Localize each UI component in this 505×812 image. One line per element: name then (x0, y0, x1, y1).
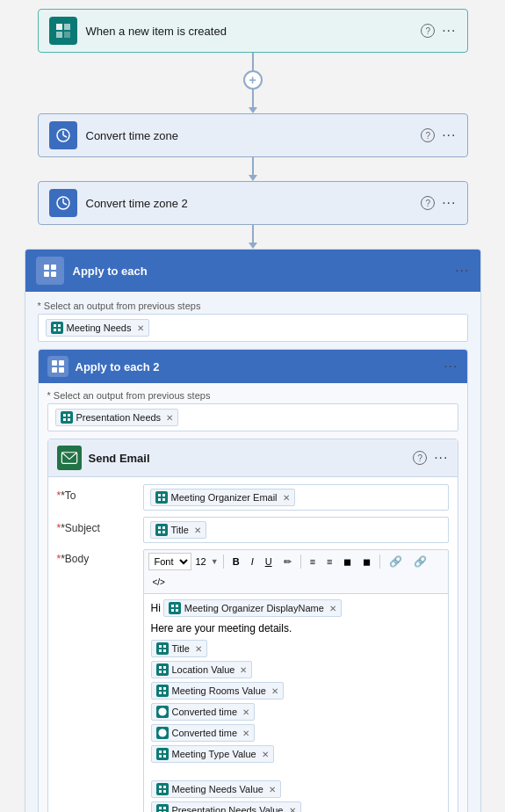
svg-rect-36 (176, 605, 178, 607)
to-row: **To Meeting Organizer Email ✕ (57, 484, 449, 511)
send-email-body: **To Meeting Organizer Email ✕ (48, 477, 458, 812)
svg-rect-31 (158, 526, 161, 529)
meeting-rooms-remove[interactable]: ✕ (271, 686, 278, 696)
bold-btn[interactable]: B (228, 553, 244, 570)
presentation-needs-value-token: Presentation Needs Value ✕ (151, 801, 301, 812)
body-token-converted-2: Converted time ✕ (151, 724, 441, 742)
presentation-needs-token-remove[interactable]: ✕ (166, 413, 173, 423)
svg-rect-21 (59, 367, 64, 373)
presentation-needs-value-icon (156, 804, 169, 812)
presentation-needs-value-label: Presentation Needs Value (172, 805, 284, 812)
svg-rect-33 (158, 531, 161, 533)
svg-rect-14 (54, 324, 56, 327)
subject-row: **Subject Title ✕ (57, 517, 449, 543)
send-email-menu-btn[interactable]: ··· (434, 450, 448, 466)
svg-rect-12 (44, 272, 49, 277)
presentation-needs-token-icon (61, 411, 73, 424)
image-btn[interactable]: 🔗 (409, 553, 431, 570)
code-btn[interactable]: </> (148, 573, 170, 591)
presentation-needs-value-remove[interactable]: ✕ (289, 806, 296, 813)
svg-rect-62 (163, 786, 166, 788)
font-size-arrow[interactable]: ▼ (211, 557, 219, 566)
title-token-icon (156, 642, 169, 655)
apply-each-output-row: * Select an output from previous steps M… (38, 301, 468, 342)
title-label: Title (172, 643, 190, 654)
convert-tz-1-help-icon[interactable]: ? (421, 128, 435, 142)
subject-token-remove[interactable]: ✕ (194, 526, 201, 535)
converted-time-2-icon (156, 727, 169, 739)
ol-btn[interactable]: ≡ (322, 553, 336, 570)
to-token-label: Meeting Organizer Email (171, 492, 278, 503)
apply-each-2-menu-btn[interactable]: ··· (444, 359, 458, 374)
apply-each-2-icon (47, 356, 69, 377)
organizer-name-remove[interactable]: ✕ (329, 604, 336, 613)
meeting-needs-token-label: Meeting Needs (67, 323, 132, 333)
convert-tz-1-icon (49, 121, 77, 149)
body-token-meeting-needs: Meeting Needs Value ✕ (151, 780, 441, 798)
apply-each-body: * Select an output from previous steps M… (25, 292, 480, 812)
converted-time-2-token: Converted time ✕ (151, 724, 256, 742)
meeting-details-text: Here are your meeting details. (151, 622, 292, 634)
outdent-btn[interactable]: ◼ (358, 553, 375, 570)
underline-btn[interactable]: U (261, 553, 277, 570)
apply-each-label: Apply to each (73, 265, 456, 278)
to-token-remove[interactable]: ✕ (283, 493, 290, 503)
indent-btn[interactable]: ◼ (339, 553, 356, 570)
svg-rect-3 (64, 32, 70, 38)
apply-each-header: Apply to each ··· (25, 250, 480, 292)
ul-btn[interactable]: ≡ (306, 553, 320, 570)
send-email-icon (57, 446, 82, 470)
meeting-needs-value-remove[interactable]: ✕ (269, 785, 276, 794)
body-row: **Body Font 12 ▼ (57, 549, 449, 812)
subject-label: **Subject (57, 517, 136, 534)
link-btn[interactable]: 🔗 (385, 553, 407, 570)
svg-rect-46 (163, 671, 166, 673)
meeting-rooms-token: Meeting Rooms Value ✕ (151, 682, 284, 700)
italic-btn[interactable]: I (247, 553, 258, 570)
subject-input[interactable]: Title ✕ (143, 517, 449, 543)
rich-body-content[interactable]: Hi Meeting Organizer DisplayName ✕ (143, 594, 449, 812)
convert-tz-2-label: Convert time zone 2 (86, 197, 422, 210)
svg-rect-61 (159, 786, 162, 788)
apply-each-menu-btn[interactable]: ··· (455, 263, 469, 279)
location-remove[interactable]: ✕ (240, 665, 247, 675)
converted-time-1-remove[interactable]: ✕ (242, 707, 249, 717)
trigger-menu-btn[interactable]: ··· (442, 23, 456, 39)
svg-rect-35 (171, 605, 174, 607)
body-editor: Font 12 ▼ B I U ✏ (143, 549, 449, 812)
apply-each-2-header: Apply to each 2 ··· (39, 350, 467, 383)
svg-rect-28 (162, 494, 165, 497)
to-token: Meeting Organizer Email ✕ (150, 489, 295, 506)
font-select[interactable]: Font (148, 553, 191, 570)
apply-each-output-input[interactable]: Meeting Needs ✕ (38, 314, 468, 342)
rich-text-toolbar: Font 12 ▼ B I U ✏ (143, 549, 449, 594)
meeting-needs-value-icon (156, 783, 169, 795)
svg-rect-42 (163, 649, 166, 652)
svg-rect-59 (159, 755, 162, 758)
convert-tz-2-help-icon[interactable]: ? (421, 196, 435, 210)
convert-tz-1-menu-btn[interactable]: ··· (442, 127, 456, 143)
meeting-needs-token-remove[interactable]: ✕ (137, 323, 144, 333)
location-token: Location Value ✕ (151, 661, 253, 678)
svg-rect-22 (63, 414, 66, 417)
subject-token-label: Title (171, 525, 189, 535)
title-remove[interactable]: ✕ (195, 644, 202, 654)
svg-rect-49 (159, 692, 162, 694)
font-color-btn[interactable]: ✏ (279, 553, 296, 570)
convert-tz-2-menu-btn[interactable]: ··· (442, 195, 456, 211)
add-step-btn-1[interactable]: + (243, 70, 263, 90)
meeting-type-remove[interactable]: ✕ (262, 750, 269, 759)
meeting-needs-value-token: Meeting Needs Value ✕ (151, 780, 281, 798)
converted-time-2-remove[interactable]: ✕ (242, 729, 249, 738)
to-input[interactable]: Meeting Organizer Email ✕ (143, 484, 449, 511)
apply-each-2-output-input[interactable]: Presentation Needs ✕ (47, 403, 458, 431)
svg-rect-66 (163, 807, 166, 809)
meeting-type-label: Meeting Type Value (172, 749, 256, 759)
convert-tz-1-step: Convert time zone ? ··· (38, 113, 468, 157)
presentation-needs-token-label: Presentation Needs (76, 412, 162, 423)
svg-rect-18 (52, 360, 57, 366)
svg-rect-13 (51, 272, 56, 277)
convert-tz-2-icon (49, 189, 77, 217)
send-email-help-icon[interactable]: ? (413, 451, 427, 465)
trigger-help-icon[interactable]: ? (421, 24, 435, 38)
